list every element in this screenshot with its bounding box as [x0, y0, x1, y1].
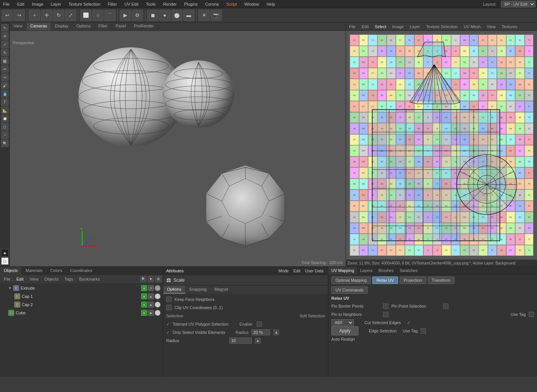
- render-settings-btn[interactable]: ⚙: [132, 10, 143, 21]
- tab-options[interactable]: Options: [72, 23, 95, 30]
- uvm-tab-brushes[interactable]: Brushes: [376, 267, 397, 275]
- check-only-visible[interactable]: ✓: [166, 330, 170, 335]
- uv-menu-layer[interactable]: Layer: [408, 24, 422, 30]
- vis-green-cap1[interactable]: ●: [141, 293, 147, 299]
- btn-transform[interactable]: Transform: [428, 276, 455, 284]
- obj-cap1[interactable]: C Cap 1 ● ▲ ●: [1, 292, 162, 300]
- btn-uv-commands[interactable]: UV Commands: [331, 286, 368, 294]
- btn-relax-uv[interactable]: Relax UV: [372, 276, 398, 284]
- tool-measure[interactable]: 📐: [1, 107, 9, 114]
- menu-corona[interactable]: Corona: [204, 1, 220, 7]
- viewport-canvas[interactable]: Perspective: [10, 31, 346, 266]
- vis-green-cube[interactable]: ●: [141, 310, 147, 316]
- scale-btn[interactable]: ⤢: [65, 10, 76, 21]
- uv-menu-file[interactable]: File: [347, 24, 357, 30]
- check-clip-uv[interactable]: [166, 305, 171, 310]
- menu-help[interactable]: Help: [265, 1, 277, 7]
- move-btn[interactable]: ✛: [41, 10, 52, 21]
- redo-btn[interactable]: ↪: [14, 10, 25, 21]
- obj-extrude[interactable]: ▼ E Extrude ● ✕ ○: [1, 284, 162, 292]
- menu-script[interactable]: Script: [225, 1, 238, 7]
- uvm-tab-layers[interactable]: Layers: [357, 267, 376, 275]
- tool-smooth[interactable]: ~: [1, 131, 9, 139]
- select-circle-btn[interactable]: ○: [92, 10, 104, 21]
- tool-zoom[interactable]: 🔍: [1, 140, 9, 147]
- uv-menu-select[interactable]: Select: [373, 24, 388, 30]
- vis-green-dot[interactable]: ●: [141, 285, 147, 291]
- select-rect-btn[interactable]: ⬜: [80, 10, 92, 21]
- tab-filter[interactable]: Filter: [95, 23, 111, 30]
- tool-eyedrop[interactable]: 💧: [1, 90, 9, 98]
- otab-edit[interactable]: Edit: [14, 276, 26, 282]
- vis-x-btn[interactable]: ✕: [148, 285, 154, 291]
- obj-filter-btn[interactable]: ▼: [148, 276, 154, 282]
- new-btn[interactable]: +: [29, 10, 40, 21]
- attr-tab-snapping[interactable]: Snapping: [185, 285, 211, 294]
- cube-btn[interactable]: ◼: [147, 10, 158, 21]
- select-lasso-btn[interactable]: ⌒: [104, 10, 116, 21]
- tool-magnet[interactable]: 🔲: [1, 115, 9, 122]
- radius-stepper2[interactable]: ▲: [255, 338, 261, 344]
- obj-cap2[interactable]: C Cap 2 ● ▲ ●: [1, 300, 162, 309]
- radius-value[interactable]: [229, 338, 252, 344]
- menu-texture-selection[interactable]: Texture Selection: [67, 1, 102, 7]
- menu-render[interactable]: Render: [162, 1, 178, 7]
- btn-apply[interactable]: Apply: [331, 326, 358, 335]
- uv-menu-edit[interactable]: Edit: [360, 24, 370, 30]
- check-pin-neighbors[interactable]: [383, 312, 388, 317]
- attr-tab-magnet[interactable]: Magnet: [211, 285, 232, 294]
- radius-stepper[interactable]: ▲: [273, 329, 279, 335]
- otab-file[interactable]: File: [2, 276, 13, 282]
- btn-projection[interactable]: Projection: [400, 276, 426, 284]
- vis-tri-cap1[interactable]: ▲: [148, 293, 154, 299]
- light-btn[interactable]: ☀: [199, 10, 210, 21]
- menu-window[interactable]: Window: [243, 1, 260, 7]
- tool-poly[interactable]: ▦: [1, 57, 9, 65]
- uvm-tab-swatches[interactable]: Swatches: [397, 267, 421, 275]
- menu-image[interactable]: Image: [30, 1, 45, 7]
- uv-menu-tex-sel[interactable]: Texture Selection: [424, 24, 459, 30]
- otab-bookmarks[interactable]: Bookmarks: [77, 276, 102, 282]
- check-pin-border[interactable]: [383, 303, 388, 309]
- tool-paint[interactable]: 🖌: [1, 82, 9, 89]
- menu-tools[interactable]: Tools: [144, 1, 157, 7]
- check-enable-soft[interactable]: [257, 321, 262, 327]
- uv-canvas[interactable]: A1B1C1D1E1F1G1H1I1J1K1L1M1N1O1P1Q1R1S1T1…: [346, 31, 537, 266]
- tool-scale[interactable]: ⤢: [1, 41, 9, 48]
- uv-menu-view[interactable]: View: [485, 24, 497, 30]
- tab-objects[interactable]: Objects: [0, 267, 22, 275]
- undo-btn[interactable]: ↩: [2, 10, 13, 21]
- tab-coordinates[interactable]: Coordinates: [66, 267, 96, 275]
- otab-tags[interactable]: Tags: [62, 276, 75, 282]
- camera-btn[interactable]: 📷: [211, 10, 222, 21]
- attr-mode[interactable]: Mode: [277, 268, 290, 274]
- obj-settings-btn[interactable]: ⚙: [155, 276, 161, 282]
- menu-uv-edit[interactable]: UV Edit: [123, 1, 140, 7]
- tab-cameras[interactable]: Cameras: [27, 23, 51, 30]
- tool-white-square[interactable]: □: [1, 257, 9, 265]
- tool-move[interactable]: ✛: [1, 32, 9, 40]
- rotate-btn[interactable]: ↻: [53, 10, 64, 21]
- vis-circle-cube[interactable]: ●: [155, 310, 161, 316]
- uv-menu-uv-mesh[interactable]: UV Mesh: [462, 24, 482, 30]
- tool-extrude[interactable]: ⬡: [1, 123, 9, 131]
- attr-edit[interactable]: Edit: [292, 268, 302, 274]
- tab-colors[interactable]: Colors: [47, 267, 66, 275]
- uv-menu-image[interactable]: Image: [391, 24, 405, 30]
- menu-edit[interactable]: Edit: [16, 1, 26, 7]
- tab-display[interactable]: Display: [51, 23, 72, 30]
- tab-materials[interactable]: Materials: [22, 267, 47, 275]
- attr-tab-options[interactable]: Options: [163, 285, 185, 294]
- uvm-tab-mapping[interactable]: UV Mapping: [328, 267, 357, 275]
- vis-sq-cube[interactable]: ■: [148, 310, 154, 316]
- check-use-tag-2[interactable]: [421, 328, 426, 333]
- check-keep-face[interactable]: [166, 297, 171, 302]
- btn-optimal-mapping[interactable]: Optimal Mapping: [331, 276, 371, 284]
- vis-circle-cap1[interactable]: ●: [155, 293, 161, 299]
- uvm-method-dropdown[interactable]: ABF LSCM: [331, 319, 354, 326]
- attr-userdata[interactable]: User Data: [303, 268, 325, 274]
- otab-view[interactable]: View: [27, 276, 41, 282]
- render-btn[interactable]: ▶: [120, 10, 131, 21]
- obj-search-btn[interactable]: 🔍: [140, 276, 146, 282]
- tool-black-square[interactable]: ■: [1, 249, 9, 257]
